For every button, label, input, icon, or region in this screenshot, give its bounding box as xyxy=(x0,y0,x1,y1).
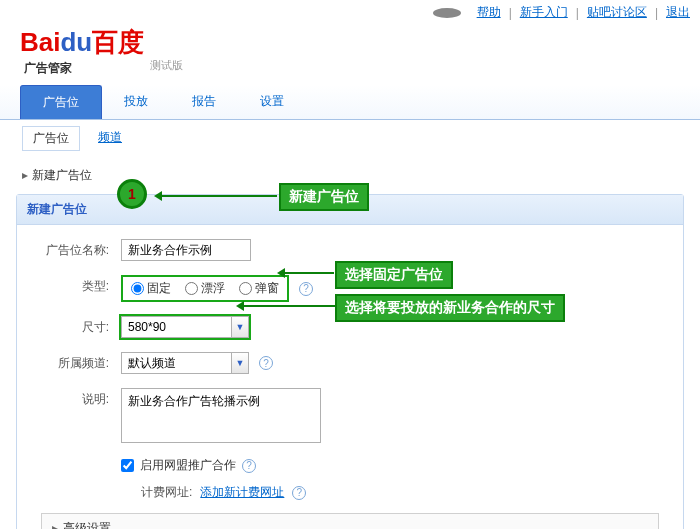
guide-link[interactable]: 新手入门 xyxy=(520,4,568,21)
name-input[interactable] xyxy=(121,239,251,261)
chevron-down-icon[interactable]: ▼ xyxy=(231,316,249,338)
help-link[interactable]: 帮助 xyxy=(477,4,501,21)
decorative-swoosh xyxy=(433,8,461,18)
logo: Baidu百度 广告管家 xyxy=(20,25,144,77)
tab-report[interactable]: 报告 xyxy=(170,85,238,119)
advanced-toggle[interactable]: 高级设置 xyxy=(41,513,659,529)
radio-popup[interactable] xyxy=(239,282,252,295)
channel-label: 所属频道: xyxy=(37,352,109,372)
radio-fixed[interactable] xyxy=(131,282,144,295)
chevron-down-icon[interactable]: ▼ xyxy=(231,352,249,374)
tab-delivery[interactable]: 投放 xyxy=(102,85,170,119)
type-radio-group: 固定 漂浮 弹窗 xyxy=(121,275,289,302)
beta-label: 测试版 xyxy=(150,58,183,73)
enable-union-checkbox[interactable] xyxy=(121,459,134,472)
help-icon[interactable]: ? xyxy=(259,356,273,370)
subtab-channel[interactable]: 频道 xyxy=(98,126,122,151)
panel-title: 新建广告位 xyxy=(17,195,683,225)
size-combo[interactable]: ▼ xyxy=(121,316,249,338)
help-icon[interactable]: ? xyxy=(292,486,306,500)
logout-link[interactable]: 退出 xyxy=(666,4,690,21)
help-icon[interactable]: ? xyxy=(299,282,313,296)
tab-settings[interactable]: 设置 xyxy=(238,85,306,119)
main-nav: 广告位 投放 报告 设置 xyxy=(0,85,700,120)
radio-float[interactable] xyxy=(185,282,198,295)
help-icon[interactable]: ? xyxy=(242,459,256,473)
add-fee-link[interactable]: 添加新计费网址 xyxy=(200,484,284,501)
tab-adslot[interactable]: 广告位 xyxy=(20,85,102,119)
desc-label: 说明: xyxy=(37,388,109,408)
type-label: 类型: xyxy=(37,275,109,295)
channel-input[interactable] xyxy=(121,352,231,374)
size-label: 尺寸: xyxy=(37,316,109,336)
enable-union-label: 启用网盟推广合作 xyxy=(140,457,236,474)
channel-combo[interactable]: ▼ xyxy=(121,352,249,374)
fee-label: 计费网址: xyxy=(141,484,192,501)
forum-link[interactable]: 贴吧讨论区 xyxy=(587,4,647,21)
name-label: 广告位名称: xyxy=(37,239,109,259)
size-input[interactable] xyxy=(121,316,231,338)
breadcrumb: 新建广告位 xyxy=(0,157,700,194)
desc-textarea[interactable]: 新业务合作广告轮播示例 xyxy=(121,388,321,443)
subtab-adslot[interactable]: 广告位 xyxy=(22,126,80,151)
